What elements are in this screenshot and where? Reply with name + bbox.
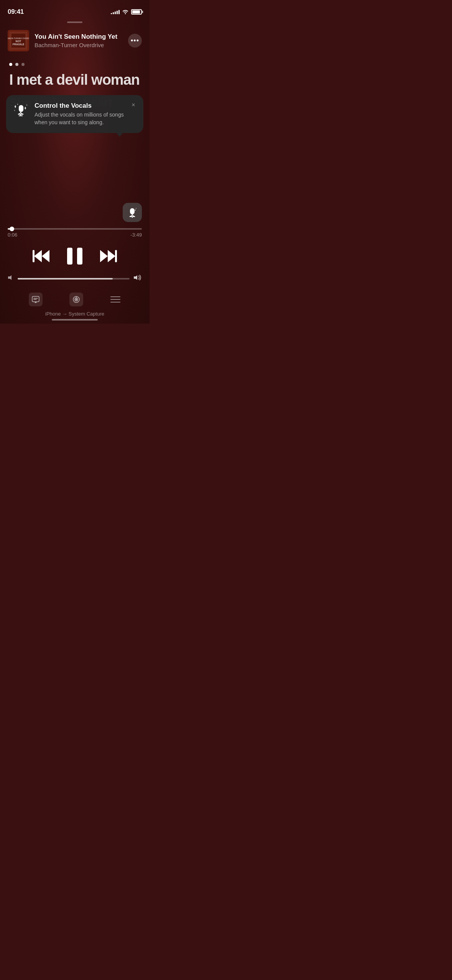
- volume-fill: [18, 278, 113, 280]
- pull-indicator: [0, 18, 150, 26]
- vocal-button-area: [0, 198, 150, 225]
- rewind-button[interactable]: [33, 248, 51, 264]
- tooltip-title: Control the Vocals: [35, 102, 124, 110]
- status-icons: [111, 9, 142, 15]
- page-dots: [0, 55, 150, 72]
- tooltip-box: Control the Vocals Adjust the vocals on …: [6, 95, 143, 133]
- microphone-sparkle-icon: [12, 102, 29, 119]
- song-artist: Bachman-Turner Overdrive: [35, 42, 123, 48]
- progress-track[interactable]: [8, 228, 142, 230]
- tooltip-overlay: Control the Vocals Adjust the vocals on …: [0, 95, 150, 133]
- svg-marker-19: [8, 275, 12, 280]
- svg-rect-18: [115, 250, 117, 262]
- page-dot-3[interactable]: [21, 63, 25, 66]
- svg-marker-20: [134, 275, 137, 280]
- forward-button[interactable]: [99, 248, 117, 264]
- progress-area: 0:06 -3:49: [0, 225, 150, 239]
- svg-rect-1: [10, 32, 27, 49]
- home-indicator: [0, 319, 150, 324]
- svg-rect-14: [67, 248, 72, 265]
- song-header: BACHMAN-TURNER OVERDRIVE NOT FRAGILE You…: [0, 26, 150, 55]
- svg-text:BACHMAN-TURNER OVERDRIVE: BACHMAN-TURNER OVERDRIVE: [8, 37, 29, 39]
- wifi-icon: [122, 9, 129, 15]
- pull-bar: [67, 21, 82, 23]
- tooltip-close-button[interactable]: ×: [130, 101, 137, 109]
- svg-marker-16: [100, 250, 108, 262]
- tooltip-content: Control the Vocals Adjust the vocals on …: [35, 102, 124, 126]
- volume-track[interactable]: [18, 278, 130, 280]
- svg-point-27: [76, 299, 77, 300]
- more-dots-icon: •••: [131, 37, 139, 44]
- svg-rect-6: [19, 105, 23, 112]
- volume-min-icon: [8, 275, 14, 283]
- time-remaining: -3:49: [130, 232, 142, 238]
- capture-text: iPhone → System Capture: [0, 309, 150, 319]
- tooltip-description: Adjust the vocals on millions of songs w…: [35, 111, 124, 126]
- song-title: You Ain't Seen Nothing Yet: [35, 33, 123, 41]
- status-bar: 09:41: [0, 0, 150, 18]
- lyrics-button[interactable]: [29, 293, 43, 306]
- status-time: 09:41: [8, 8, 24, 16]
- progress-thumb: [10, 227, 14, 231]
- volume-area: [0, 271, 150, 289]
- svg-rect-2: [12, 34, 25, 48]
- lyrics-area: I met a devil woman She took my heart: [0, 72, 150, 198]
- album-art: BACHMAN-TURNER OVERDRIVE NOT FRAGILE: [8, 30, 29, 51]
- time-current: 0:06: [8, 232, 17, 238]
- svg-marker-11: [34, 250, 42, 262]
- svg-rect-15: [77, 248, 82, 265]
- svg-text:NOT: NOT: [16, 40, 22, 43]
- svg-rect-9: [130, 208, 135, 214]
- volume-max-icon: [133, 275, 142, 283]
- queue-button[interactable]: [110, 295, 121, 304]
- playback-controls: [0, 239, 150, 271]
- svg-marker-17: [108, 250, 115, 262]
- page-dot-1[interactable]: [9, 63, 12, 66]
- progress-times: 0:06 -3:49: [8, 230, 142, 238]
- home-bar: [52, 319, 98, 321]
- svg-marker-12: [42, 250, 49, 262]
- battery-icon: [131, 9, 142, 15]
- pause-button[interactable]: [66, 247, 83, 265]
- svg-rect-13: [33, 250, 35, 262]
- main-screen: 09:41: [0, 0, 150, 324]
- svg-text:FRAGILE: FRAGILE: [13, 43, 25, 46]
- svg-rect-21: [32, 296, 39, 302]
- page-dot-2[interactable]: [15, 63, 18, 66]
- audio-source-button[interactable]: [69, 293, 83, 306]
- vocal-control-button[interactable]: [123, 203, 142, 222]
- svg-rect-0: [8, 30, 29, 51]
- bottom-toolbar: [0, 289, 150, 309]
- lyric-current: I met a devil woman: [9, 72, 140, 88]
- more-button[interactable]: •••: [128, 34, 142, 48]
- song-info: You Ain't Seen Nothing Yet Bachman-Turne…: [35, 33, 123, 48]
- signal-icon: [111, 10, 120, 14]
